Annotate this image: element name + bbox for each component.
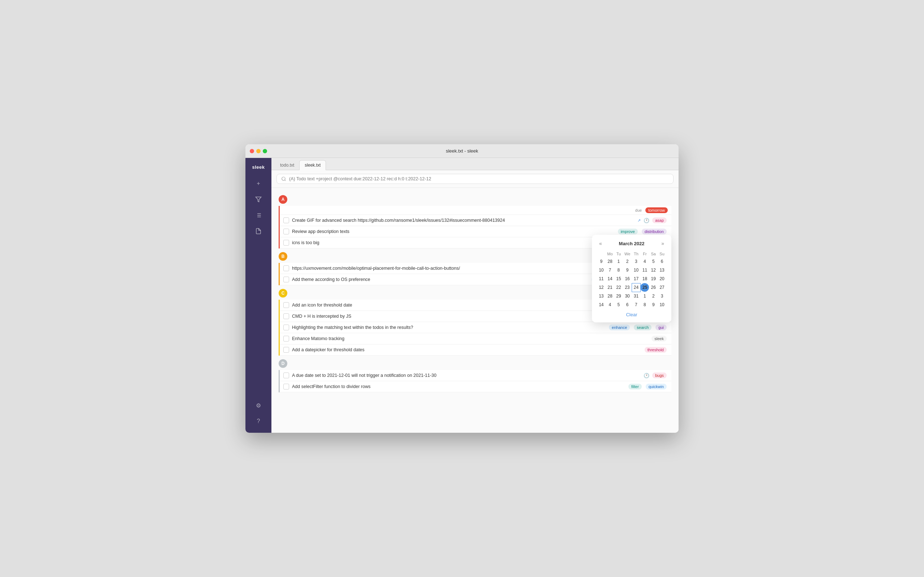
calendar-day[interactable]: 18	[640, 274, 649, 283]
calendar-day[interactable]: 8	[614, 266, 623, 274]
todo-checkbox[interactable]	[283, 324, 289, 330]
calendar-next-button[interactable]: »	[659, 240, 666, 247]
group-badge-c: C	[279, 289, 287, 298]
search-input-wrap	[276, 174, 674, 184]
tag-quickwin: quickwin	[646, 384, 667, 390]
calendar-day[interactable]: 14	[606, 274, 614, 283]
calendar-day[interactable]: 6	[657, 257, 666, 266]
titlebar: sleek.txt - sleek	[246, 144, 678, 158]
calendar-day[interactable]: 2	[623, 257, 632, 266]
todo-text: Review app description texts	[292, 229, 615, 234]
todo-checkbox[interactable]	[283, 277, 289, 282]
add-icon[interactable]: +	[252, 177, 265, 190]
calendar-day[interactable]: 3	[632, 257, 640, 266]
weekday-tu: Tu	[614, 251, 623, 257]
sidebar: sleek + ⚙ ?	[246, 158, 271, 433]
calendar-day[interactable]: 4	[640, 257, 649, 266]
tab-todo[interactable]: todo.txt	[275, 161, 299, 170]
calendar-day[interactable]: 5	[649, 257, 657, 266]
calendar-day[interactable]: 12	[649, 266, 657, 274]
calendar-day[interactable]: 9	[649, 300, 657, 309]
minimize-button[interactable]	[256, 149, 261, 153]
todo-text: Highlighting the matching text within th…	[292, 325, 606, 330]
help-icon[interactable]: ?	[252, 415, 265, 428]
todo-text: Add an icon for threshold date	[292, 303, 633, 308]
todo-checkbox[interactable]	[283, 240, 289, 246]
calendar-week: 12 21 22 23 24 25 26 27	[597, 283, 666, 292]
todo-checkbox[interactable]	[283, 229, 289, 234]
todo-item[interactable]: Add selectFilter function to divider row…	[280, 381, 671, 392]
sort-icon[interactable]	[252, 209, 265, 222]
calendar-day[interactable]: 1	[640, 292, 649, 300]
calendar-day[interactable]: 21	[606, 283, 614, 292]
svg-line-8	[285, 180, 286, 181]
weekday-th: Th	[632, 251, 640, 257]
calendar-day[interactable]: 16	[623, 274, 632, 283]
todo-item[interactable]: Add a datepicker for threshold dates thr…	[280, 344, 671, 356]
calendar-day[interactable]: 5	[614, 300, 623, 309]
calendar-day[interactable]: 2	[649, 292, 657, 300]
calendar-day[interactable]: 31	[632, 292, 640, 300]
calendar-day[interactable]: 15	[614, 274, 623, 283]
group-badge-a: A	[279, 195, 287, 204]
todo-text: Enhance Matomo tracking	[292, 336, 649, 341]
window-title: sleek.txt - sleek	[446, 148, 478, 154]
search-icon	[281, 176, 286, 181]
calendar-day[interactable]: 30	[623, 292, 632, 300]
weekday-we: We	[623, 251, 632, 257]
todo-checkbox[interactable]	[283, 313, 289, 319]
calendar-day[interactable]: 26	[649, 283, 657, 292]
calendar-day[interactable]: 4	[606, 300, 614, 309]
todo-text: https://uxmovement.com/mobile/optimal-pl…	[292, 266, 595, 271]
calendar-day[interactable]: 7	[606, 266, 614, 274]
calendar-day[interactable]: 20	[657, 274, 666, 283]
tag-enhance: enhance	[609, 324, 630, 330]
todo-checkbox[interactable]	[283, 302, 289, 308]
filter-icon[interactable]	[252, 193, 265, 206]
calendar-day[interactable]: 28	[606, 257, 614, 266]
calendar-day[interactable]: 10	[657, 300, 666, 309]
search-input[interactable]	[289, 176, 669, 181]
todo-checkbox[interactable]	[283, 336, 289, 342]
calendar-day[interactable]: 17	[632, 274, 640, 283]
todo-checkbox[interactable]	[283, 218, 289, 223]
calendar-day[interactable]: 3	[657, 292, 666, 300]
todo-item[interactable]: Create GIF for advanced search https://g…	[280, 215, 671, 226]
calendar-day[interactable]: 29	[614, 292, 623, 300]
todo-item[interactable]: Enhance Matomo tracking sleek	[280, 333, 671, 344]
calendar-day[interactable]: 9	[623, 266, 632, 274]
calendar-day[interactable]: 19	[649, 274, 657, 283]
calendar-day[interactable]: 13	[657, 266, 666, 274]
todo-checkbox[interactable]	[283, 347, 289, 353]
calendar-day[interactable]: 11	[640, 266, 649, 274]
group-d-items: A due date set to 2021-12-01 will not tr…	[279, 370, 671, 392]
todo-checkbox[interactable]	[283, 266, 289, 271]
calendar-day[interactable]: 8	[640, 300, 649, 309]
close-button[interactable]	[250, 149, 254, 153]
todo-checkbox[interactable]	[283, 372, 289, 378]
calendar-day[interactable]: 7	[632, 300, 640, 309]
calendar-day[interactable]: 28	[606, 292, 614, 300]
tag-threshold: threshold	[645, 347, 667, 353]
calendar-day-selected[interactable]: 24	[632, 283, 640, 292]
calendar-day[interactable]: 23	[623, 283, 632, 292]
calendar-day-today[interactable]: 25	[640, 283, 649, 292]
week-num: 10	[597, 266, 606, 274]
files-icon[interactable]	[252, 225, 265, 238]
calendar-day[interactable]: 10	[632, 266, 640, 274]
external-link-icon[interactable]: ↗	[637, 218, 641, 223]
todo-item[interactable]: Highlighting the matching text within th…	[280, 322, 671, 333]
calendar-day[interactable]: 22	[614, 283, 623, 292]
calendar-clear-button[interactable]: Clear	[597, 312, 666, 318]
todo-checkbox[interactable]	[283, 384, 289, 390]
week-num-header	[597, 251, 606, 257]
calendar-day[interactable]: 1	[614, 257, 623, 266]
calendar-prev-button[interactable]: «	[597, 240, 604, 247]
maximize-button[interactable]	[263, 149, 267, 153]
calendar-day[interactable]: 6	[623, 300, 632, 309]
calendar-day[interactable]: 27	[657, 283, 666, 292]
settings-icon[interactable]: ⚙	[252, 399, 265, 412]
tab-sleek[interactable]: sleek.txt	[299, 160, 326, 170]
app-window: sleek.txt - sleek sleek +	[246, 144, 678, 433]
todo-item[interactable]: A due date set to 2021-12-01 will not tr…	[280, 370, 671, 381]
